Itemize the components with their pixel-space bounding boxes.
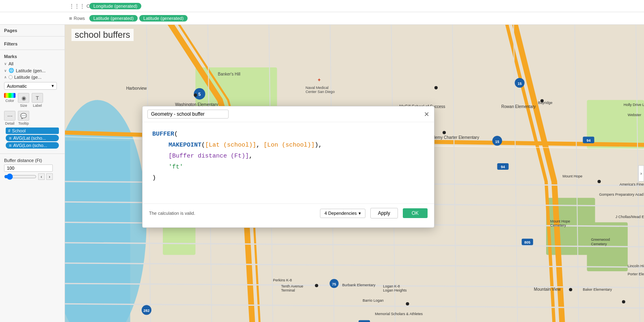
svg-text:Cemetery: Cemetery	[591, 242, 607, 246]
longitude-pill[interactable]: Longitude (generated)	[89, 3, 141, 9]
marks-icon-row-2: ⋯ Detail 💬 Tooltip	[4, 109, 61, 127]
svg-text:Terminal: Terminal	[281, 288, 295, 292]
lon-field-ref: [Lon (school)]	[264, 142, 315, 149]
avg-lon-icon: ≡	[9, 143, 11, 148]
svg-text:Logan Heights: Logan Heights	[383, 288, 407, 292]
buffer-distance-ref: [Buffer distance (Ft)]	[169, 153, 249, 160]
svg-point-81	[315, 284, 318, 287]
globe-icon: 🌐	[9, 68, 14, 73]
rows-icon: ≡	[69, 15, 72, 22]
detail-icon: ⋯	[4, 111, 15, 121]
code-line-4: 'ft'	[152, 162, 424, 173]
expand-panel-button[interactable]: ›	[638, 165, 644, 182]
svg-text:Baker Elementary: Baker Elementary	[583, 287, 612, 292]
svg-text:15: 15	[518, 82, 522, 86]
decrement-button[interactable]: ‹	[38, 173, 45, 180]
svg-text:Bayridge: Bayridge	[538, 101, 553, 105]
svg-text:J Chollas/Mead Elementary: J Chollas/Mead Elementary	[616, 215, 644, 219]
dependencies-button[interactable]: 4 Dependencies ▾	[320, 209, 365, 218]
svg-text:Porter Elementary: Porter Elementary	[628, 272, 644, 276]
school-field[interactable]: # School	[6, 128, 59, 134]
map-title: school buffers	[71, 29, 134, 41]
makepoint-keyword: MAKEPOINT	[169, 142, 201, 149]
avg-lon-chip[interactable]: ≡ AVG(Lon (scho...	[6, 142, 59, 149]
svg-text:Burbank Elementary: Burbank Elementary	[342, 283, 376, 287]
all-arrow: ∨	[4, 62, 7, 66]
field-icon: #	[8, 129, 11, 133]
svg-text:Greenwood: Greenwood	[591, 238, 610, 242]
svg-text:Perkins K-8: Perkins K-8	[273, 278, 292, 282]
tooltip-label: Tooltip	[18, 121, 29, 125]
all-label: All	[9, 61, 13, 66]
mark-type-select[interactable]: Automatic ▾	[4, 82, 57, 90]
lat-ge-dot	[9, 75, 13, 79]
svg-text:805: 805	[524, 240, 530, 244]
svg-text:Naval Medical: Naval Medical	[305, 86, 328, 90]
size-button[interactable]: ◉ Size	[18, 93, 29, 108]
svg-text:Mount Hope: Mount Hope	[562, 174, 582, 178]
svg-point-72	[194, 93, 197, 97]
color-button[interactable]: Color	[4, 93, 15, 108]
lat-ge-label: Latitude (ge...	[14, 75, 41, 80]
svg-text:Tenth Avenue: Tenth Avenue	[281, 284, 303, 288]
buffer-keyword: BUFFER	[152, 131, 174, 138]
color-label: Color	[5, 99, 14, 103]
marks-label: Marks	[4, 54, 61, 61]
calculation-dialog: ✕ BUFFER( MAKEPOINT([Lat (school)], [Lon…	[142, 106, 434, 228]
deps-arrow: ▾	[359, 211, 361, 216]
dialog-body: BUFFER( MAKEPOINT([Lat (school)], [Lon (…	[143, 122, 434, 203]
svg-point-71	[434, 86, 438, 89]
lat-field-ref: [Lat (school)]	[205, 142, 256, 149]
svg-point-82	[406, 302, 409, 305]
lat-ge-row[interactable]: ∧ Latitude (ge...	[4, 74, 61, 80]
filters-section-label: Filters	[0, 38, 65, 48]
marks-section: Marks ∨ All ∨ 🌐 Latitude (gen... ∧ Latit…	[0, 52, 65, 152]
svg-point-80	[622, 300, 625, 303]
lat-ge-arrow: ∧	[4, 75, 7, 79]
svg-text:Barrio Logan: Barrio Logan	[363, 298, 384, 303]
map-area: school buffers	[65, 25, 644, 322]
buffer-slider[interactable]	[4, 173, 37, 180]
svg-text:94: 94	[586, 138, 590, 143]
label-label: Label	[33, 104, 42, 108]
deps-label: 4 Dependencies	[324, 211, 357, 216]
detail-button[interactable]: ⋯ Detail	[4, 111, 15, 125]
svg-point-83	[443, 131, 446, 134]
latitude-pill-1[interactable]: Latitude (generated)	[89, 15, 138, 22]
school-field-label: School	[12, 128, 26, 133]
marks-icon-row: Color ◉ Size T Label	[4, 91, 61, 109]
buffer-input[interactable]	[4, 164, 53, 172]
dropdown-arrow: ▾	[52, 83, 54, 89]
columns-label: ⋮⋮⋮ Columns	[69, 3, 89, 9]
detail-label: Detail	[5, 121, 14, 125]
label-button[interactable]: T Label	[32, 93, 43, 108]
columns-icon: ⋮⋮⋮	[69, 3, 85, 9]
svg-text:Logan K-8: Logan K-8	[383, 284, 400, 288]
svg-text:+: +	[318, 77, 321, 83]
dialog-close-button[interactable]: ✕	[424, 110, 429, 118]
avg-lat-chip[interactable]: ≡ AVG(Lat (scho...	[6, 135, 59, 141]
svg-text:75: 75	[332, 282, 336, 286]
apply-button[interactable]: Apply	[370, 208, 398, 218]
rows-label: ≡ Rows	[69, 15, 89, 22]
lat-gen-arrow: ∨	[4, 69, 7, 73]
dialog-title-input[interactable]	[147, 110, 229, 119]
tooltip-button[interactable]: 💬 Tooltip	[18, 111, 29, 125]
sidebar: Pages Filters Marks ∨ All ∨ 🌐 Latitude (…	[0, 25, 65, 322]
dialog-header: ✕	[143, 106, 434, 122]
code-line-1: BUFFER(	[152, 129, 424, 140]
ok-button[interactable]: OK	[403, 208, 428, 218]
lat-gen-row[interactable]: ∨ 🌐 Latitude (gen...	[4, 67, 61, 74]
svg-text:Holly Drive Leadership Ac: Holly Drive Leadership Ac	[624, 103, 644, 107]
all-row[interactable]: ∨ All	[4, 61, 61, 67]
increment-button[interactable]: ›	[46, 173, 53, 180]
ft-string: 'ft'	[169, 164, 183, 171]
svg-text:Mountain View: Mountain View	[534, 287, 561, 292]
size-icon: ◉	[18, 93, 29, 103]
latitude-pill-2[interactable]: Latitude (generated)	[139, 15, 188, 22]
svg-point-79	[569, 288, 572, 291]
svg-text:America's Finest Charter: America's Finest Charter	[620, 182, 644, 186]
main-layout: Pages Filters Marks ∨ All ∨ 🌐 Latitude (…	[0, 25, 644, 322]
size-label: Size	[20, 104, 27, 108]
top-bar: ⋮⋮⋮ Columns Longitude (generated) ≡ Rows…	[0, 0, 644, 25]
